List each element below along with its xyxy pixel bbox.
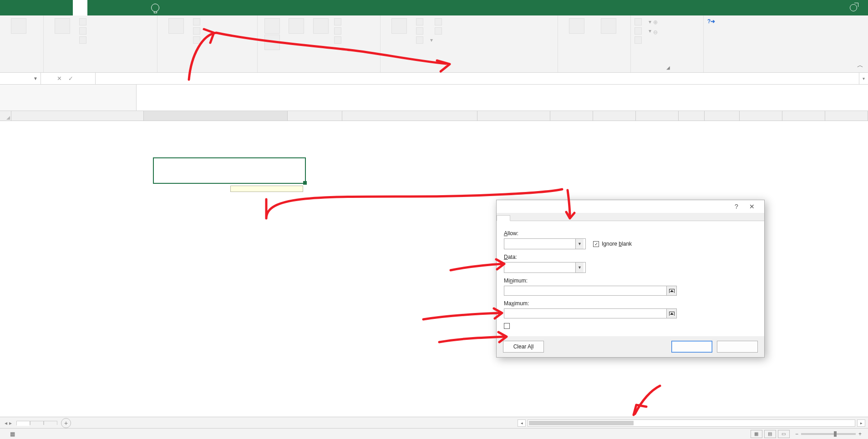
tab-pagelayout[interactable] — [44, 0, 58, 15]
minimum-input[interactable] — [504, 286, 667, 296]
subtotal-button[interactable] — [635, 36, 651, 44]
tab-formulas[interactable] — [58, 0, 73, 15]
properties-button[interactable] — [193, 27, 203, 35]
from-table-button[interactable] — [79, 27, 89, 35]
sheet-nav-prev[interactable]: ▸ — [9, 420, 12, 426]
col-header-b[interactable] — [144, 111, 288, 121]
new-query-button[interactable] — [47, 18, 77, 35]
col-header-k[interactable] — [740, 111, 782, 121]
ignore-blank-checkbox[interactable]: ✓Ignore blank — [593, 241, 632, 247]
select-all-corner[interactable] — [0, 111, 11, 121]
flash-fill-button[interactable] — [416, 18, 433, 25]
tab-review[interactable] — [87, 0, 102, 15]
get-external-data-button[interactable] — [4, 18, 34, 35]
expand-formula-bar[interactable]: ▾ — [859, 73, 868, 84]
table-icon — [79, 18, 86, 25]
confirm-entry-icon[interactable]: ✓ — [68, 75, 73, 82]
col-header-j[interactable] — [705, 111, 740, 121]
share-button[interactable] — [850, 0, 868, 15]
sheet-tab-2[interactable] — [30, 421, 44, 425]
hscroll-left[interactable]: ◂ — [518, 419, 526, 427]
col-header-f[interactable] — [550, 111, 593, 121]
tab-developer[interactable] — [117, 0, 131, 15]
dialog-close-button[interactable]: ✕ — [744, 203, 760, 210]
tab-file[interactable] — [0, 0, 15, 15]
consolidate-button[interactable] — [435, 18, 445, 25]
apply-same-settings-checkbox[interactable] — [504, 323, 757, 329]
filter-button[interactable] — [310, 18, 332, 35]
range-picker-icon[interactable] — [667, 308, 677, 318]
tab-view[interactable] — [102, 0, 117, 15]
refresh-all-button[interactable] — [161, 18, 191, 35]
active-cell-b2[interactable] — [153, 157, 306, 184]
col-header-m[interactable] — [825, 111, 868, 121]
cancel-entry-icon[interactable]: ✕ — [57, 75, 62, 82]
maximum-input[interactable] — [504, 308, 667, 318]
dialog-tab-settings[interactable] — [497, 215, 510, 221]
hscroll-thumb[interactable] — [529, 421, 634, 425]
cancel-button[interactable] — [717, 341, 758, 353]
clear-all-label: Clear All — [513, 343, 534, 350]
view-normal-button[interactable]: ▦ — [751, 430, 762, 438]
name-box[interactable]: ▼ — [0, 73, 41, 84]
col-header-d[interactable] — [342, 111, 477, 121]
dialog-help-button[interactable]: ? — [729, 203, 744, 210]
col-header-l[interactable] — [782, 111, 825, 121]
show-queries-button[interactable] — [79, 18, 89, 25]
sheet-tab-1[interactable] — [16, 421, 30, 426]
solver-button[interactable]: ?➜ — [707, 18, 719, 27]
sort-az-button[interactable] — [261, 18, 283, 50]
group-button[interactable]: ▾ — [635, 18, 651, 25]
formula-bar-input[interactable] — [96, 73, 859, 84]
view-pagebreak-button[interactable]: ▭ — [778, 430, 790, 438]
hscroll-track[interactable] — [528, 419, 855, 427]
forecast-sheet-button[interactable] — [594, 18, 624, 35]
ungroup-button[interactable]: ▾ — [635, 27, 651, 35]
outline-plus-icon[interactable]: ⊕ — [653, 19, 658, 25]
allow-dropdown[interactable]: ▼ — [504, 238, 586, 249]
tab-data[interactable] — [73, 0, 87, 15]
col-header-c[interactable] — [288, 111, 342, 121]
clear-all-button[interactable]: Clear All — [503, 341, 544, 353]
col-header-g[interactable] — [593, 111, 636, 121]
data-validation-button[interactable]: ▾ — [416, 36, 433, 44]
what-if-button[interactable] — [562, 18, 592, 35]
col-header-a[interactable] — [11, 111, 144, 121]
remove-duplicates-button[interactable] — [416, 27, 433, 35]
range-picker-icon[interactable] — [667, 286, 677, 296]
tell-me[interactable] — [146, 0, 163, 15]
clear-filter-button[interactable] — [334, 18, 344, 25]
tab-insert[interactable] — [29, 0, 44, 15]
macro-record-icon[interactable]: ▦ — [10, 431, 15, 437]
ok-button[interactable] — [671, 341, 712, 353]
sort-button[interactable] — [285, 18, 308, 35]
reapply-button[interactable] — [334, 27, 344, 35]
text-to-columns-button[interactable] — [384, 18, 414, 35]
recent-sources-button[interactable] — [79, 36, 89, 44]
sheet-tab-3[interactable] — [44, 421, 57, 425]
chevron-down-icon: ▼ — [575, 262, 584, 272]
dialog-tab-input-message[interactable] — [510, 215, 524, 221]
collapse-ribbon-button[interactable]: ︿ — [857, 61, 863, 70]
sheet-nav-first[interactable]: ◂ — [5, 420, 7, 426]
edit-links-button[interactable] — [193, 36, 203, 44]
col-header-e[interactable] — [477, 111, 550, 121]
relationships-button[interactable] — [435, 27, 445, 35]
data-dropdown[interactable]: ▼ — [504, 262, 586, 273]
outline-dialog-launcher[interactable]: ◢ — [666, 65, 670, 70]
col-header-h[interactable] — [636, 111, 679, 121]
zoom-out-button[interactable]: − — [795, 431, 798, 437]
dialog-tab-error-alert[interactable] — [524, 215, 538, 221]
col-header-i[interactable] — [679, 111, 704, 121]
tab-home[interactable] — [15, 0, 29, 15]
whatif-icon — [569, 18, 584, 34]
advanced-filter-button[interactable] — [334, 36, 344, 44]
connections-button[interactable] — [193, 18, 203, 25]
new-sheet-button[interactable]: + — [61, 418, 71, 428]
zoom-slider[interactable] — [801, 433, 856, 435]
hscroll-right[interactable]: ▸ — [857, 419, 865, 427]
view-pagelayout-button[interactable]: ▤ — [764, 430, 776, 438]
zoom-in-button[interactable]: + — [858, 431, 862, 437]
outline-minus-icon[interactable]: ⊖ — [653, 29, 658, 35]
tab-help[interactable] — [131, 0, 146, 15]
